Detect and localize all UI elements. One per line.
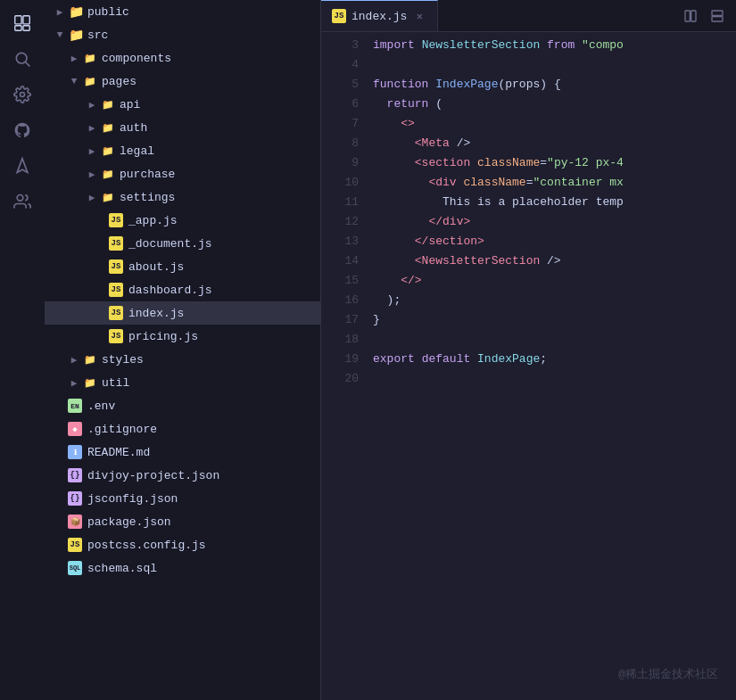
- sidebar-item-dashboard-js[interactable]: JS dashboard.js: [45, 278, 320, 301]
- sidebar-item-jsconfig-json[interactable]: {} jsconfig.json: [45, 487, 320, 510]
- sidebar-item-label: src: [87, 29, 108, 42]
- sidebar-item-label: .gitignore: [87, 423, 157, 436]
- sidebar-item-auth[interactable]: ▶ 📁 auth: [45, 116, 320, 139]
- svg-rect-2: [15, 26, 21, 31]
- sidebar-item-label: auth: [120, 121, 147, 135]
- tab-actions: [672, 0, 736, 31]
- sidebar-item-label: purchase: [120, 168, 175, 181]
- svg-rect-9: [685, 11, 690, 21]
- js-file-icon: JS: [109, 283, 123, 297]
- chevron-right-icon: ▶: [84, 96, 100, 112]
- sidebar-item-document-js[interactable]: JS _document.js: [45, 232, 320, 255]
- folder-icon: 📁: [68, 4, 84, 20]
- sidebar-item-purchase[interactable]: ▶ 📁 purchase: [45, 162, 320, 185]
- file-explorer: ▶ 📁 public ▼ 📁 src ▶ 📁 components ▼ 📁 pa…: [45, 0, 321, 700]
- code-content: import NewsletterSection from "compo fun…: [366, 32, 736, 700]
- search-icon[interactable]: [6, 43, 38, 75]
- json-file-icon: {}: [68, 468, 82, 482]
- sidebar-item-gitignore[interactable]: ◆ .gitignore: [45, 417, 320, 441]
- sidebar-item-api[interactable]: ▶ 📁 api: [45, 93, 320, 116]
- sidebar-item-label: about.js: [128, 260, 184, 274]
- tab-label: index.js: [351, 10, 407, 23]
- svg-rect-12: [712, 16, 723, 21]
- svg-line-5: [26, 62, 30, 67]
- svg-point-8: [17, 195, 23, 202]
- watermark: @稀土掘金技术社区: [618, 666, 718, 682]
- sidebar-item-label: styles: [102, 353, 144, 366]
- svg-point-4: [16, 53, 27, 63]
- sidebar-item-env[interactable]: EN .env: [45, 394, 320, 417]
- sidebar-item-label: .env: [87, 399, 115, 413]
- sidebar-item-components[interactable]: ▶ 📁 components: [45, 46, 320, 70]
- folder-icon: 📁: [82, 50, 98, 66]
- split-editor-button[interactable]: [679, 4, 702, 28]
- sidebar-item-label: api: [120, 98, 140, 111]
- folder-icon: 📁: [100, 143, 116, 159]
- sidebar-item-label: pricing.js: [128, 330, 198, 343]
- chevron-right-icon: ▶: [66, 351, 82, 367]
- svg-point-6: [21, 93, 25, 97]
- line-numbers: 3 4 5 6 7 8 9 10 11 12 13 14 15 16 17 18…: [321, 32, 366, 700]
- sidebar-item-schema-sql[interactable]: SQL schema.sql: [45, 556, 320, 580]
- sidebar-item-app-js[interactable]: JS _app.js: [45, 209, 320, 232]
- chevron-right-icon: ▶: [84, 189, 100, 205]
- files-icon[interactable]: [6, 7, 38, 39]
- settings-icon[interactable]: [6, 78, 38, 111]
- chevron-right-icon: ▶: [52, 4, 68, 20]
- tab-file-icon: JS: [332, 9, 346, 23]
- sidebar-item-label: components: [102, 52, 171, 65]
- chevron-right-icon: ▶: [66, 50, 82, 66]
- folder-icon: 📁: [82, 73, 98, 89]
- sidebar-item-label: legal: [120, 144, 154, 158]
- sidebar-item-legal[interactable]: ▶ 📁 legal: [45, 139, 320, 162]
- breadcrumb-toggle-button[interactable]: [706, 4, 729, 28]
- sidebar-item-divjoy-json[interactable]: {} divjoy-project.json: [45, 464, 320, 487]
- tab-close-button[interactable]: ✕: [412, 9, 426, 23]
- sidebar-item-util[interactable]: ▶ 📁 util: [45, 371, 320, 394]
- sidebar-item-label: pages: [102, 75, 136, 88]
- sidebar-item-settings[interactable]: ▶ 📁 settings: [45, 185, 320, 209]
- editor-area: JS index.js ✕ 3 4 5 6: [321, 0, 736, 700]
- svg-rect-3: [23, 26, 29, 31]
- chevron-down-icon: ▼: [52, 27, 68, 43]
- folder-icon: 📁: [82, 351, 98, 367]
- json-file-icon: {}: [68, 491, 82, 506]
- chevron-right-icon: ▶: [84, 166, 100, 182]
- sidebar-item-pages[interactable]: ▼ 📁 pages: [45, 70, 320, 93]
- sidebar-item-about-js[interactable]: JS about.js: [45, 255, 320, 278]
- sql-file-icon: SQL: [68, 561, 82, 575]
- sidebar-item-src[interactable]: ▼ 📁 src: [45, 23, 320, 46]
- md-file-icon: ℹ: [68, 445, 82, 459]
- sidebar-item-label: public: [87, 5, 129, 19]
- js-file-icon: JS: [109, 329, 123, 343]
- svg-rect-0: [15, 16, 21, 24]
- sidebar-item-readme[interactable]: ℹ README.md: [45, 441, 320, 464]
- sidebar-item-label: README.md: [87, 446, 150, 459]
- svg-rect-10: [691, 11, 696, 21]
- pkg-file-icon: 📦: [68, 515, 82, 529]
- folder-icon: 📁: [68, 27, 84, 43]
- sidebar-item-postcss-js[interactable]: JS postcss.config.js: [45, 533, 320, 556]
- github-icon[interactable]: [6, 114, 38, 146]
- svg-marker-7: [17, 159, 28, 173]
- sidebar-item-public[interactable]: ▶ 📁 public: [45, 0, 320, 23]
- svg-rect-1: [23, 16, 29, 24]
- tab-index-js[interactable]: JS index.js ✕: [321, 0, 438, 31]
- folder-icon: 📁: [100, 119, 116, 136]
- folder-icon: 📁: [100, 189, 116, 205]
- sidebar-item-index-js[interactable]: JS index.js: [45, 301, 320, 325]
- sidebar-item-pricing-js[interactable]: JS pricing.js: [45, 325, 320, 348]
- sidebar-item-label: _document.js: [128, 237, 212, 251]
- deploy-icon[interactable]: [6, 150, 38, 182]
- svg-rect-11: [712, 11, 723, 15]
- sidebar-item-styles[interactable]: ▶ 📁 styles: [45, 348, 320, 371]
- sidebar-item-label: _app.js: [128, 214, 178, 227]
- js-file-icon: JS: [109, 306, 123, 320]
- sidebar-item-package-json[interactable]: 📦 package.json: [45, 510, 320, 533]
- sidebar-item-label: util: [102, 376, 129, 390]
- code-editor[interactable]: 3 4 5 6 7 8 9 10 11 12 13 14 15 16 17 18…: [321, 32, 736, 700]
- sidebar-item-label: divjoy-project.json: [87, 469, 219, 482]
- users-icon[interactable]: [6, 185, 38, 218]
- tab-bar: JS index.js ✕: [321, 0, 736, 32]
- chevron-right-icon: ▶: [66, 375, 82, 391]
